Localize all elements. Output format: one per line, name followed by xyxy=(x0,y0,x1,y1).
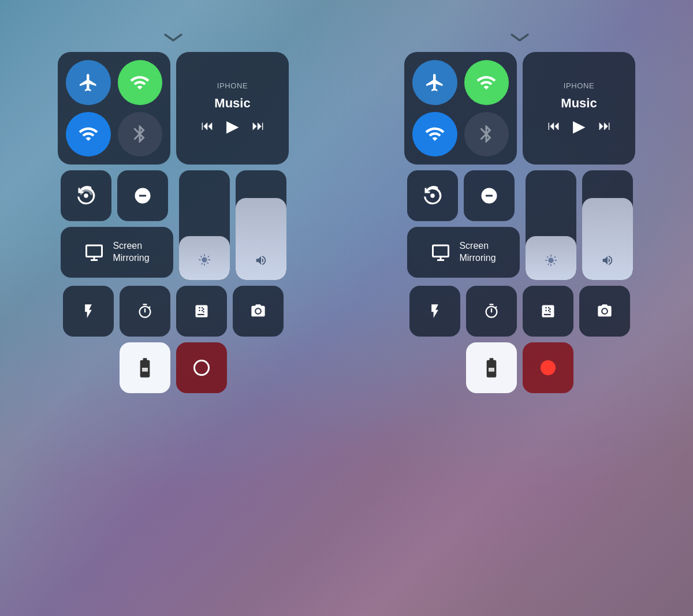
battery-button-left[interactable] xyxy=(120,342,170,393)
middle-icons-row-left xyxy=(61,170,173,221)
svg-point-3 xyxy=(430,193,435,198)
panels-container: IPHONE Music ⏮ ▶ ⏭ xyxy=(0,0,693,616)
camera-button-left[interactable] xyxy=(233,286,284,337)
bottom-row-right xyxy=(409,286,630,337)
volume-icon-left xyxy=(255,254,267,270)
music-panel-left: IPHONE Music ⏮ ▶ ⏭ xyxy=(176,52,289,165)
connectivity-panel-right xyxy=(404,52,517,165)
music-title-right: Music xyxy=(561,96,597,111)
screen-mirroring-text-right: Screen Mirroring xyxy=(459,240,495,264)
brightness-sun-icon-left xyxy=(198,253,211,270)
calculator-button-right[interactable] xyxy=(523,286,573,337)
connectivity-panel-left xyxy=(58,52,170,165)
fast-forward-button-right[interactable]: ⏭ xyxy=(598,118,611,133)
play-button-left[interactable]: ▶ xyxy=(226,117,239,136)
svg-rect-2 xyxy=(142,368,148,372)
airplane-mode-button-left[interactable] xyxy=(66,60,111,105)
volume-icon-right xyxy=(601,254,614,270)
top-row-left: IPHONE Music ⏮ ▶ ⏭ xyxy=(58,52,289,165)
music-panel-right: IPHONE Music ⏮ ▶ ⏭ xyxy=(523,52,635,165)
bottom-row-left xyxy=(63,286,284,337)
battery-button-right[interactable] xyxy=(466,342,517,393)
calculator-button-left[interactable] xyxy=(176,286,227,337)
chevron-down-icon[interactable] xyxy=(162,32,185,43)
middle-icons-row-right xyxy=(407,170,520,221)
music-controls-right: ⏮ ▶ ⏭ xyxy=(547,117,611,136)
svg-point-1 xyxy=(256,309,260,313)
rotation-lock-button-left[interactable] xyxy=(61,170,111,221)
screen-mirroring-button-left[interactable]: Screen Mirroring xyxy=(61,227,173,278)
middle-left-right: Screen Mirroring xyxy=(407,170,520,280)
rewind-button-left[interactable]: ⏮ xyxy=(201,118,214,133)
last-row-left xyxy=(120,342,227,393)
flashlight-button-right[interactable] xyxy=(409,286,460,337)
screen-mirroring-text-left: Screen Mirroring xyxy=(113,240,149,264)
middle-area-left: Screen Mirroring xyxy=(61,170,286,280)
left-panel: IPHONE Music ⏮ ▶ ⏭ xyxy=(0,0,346,616)
wifi-button-right[interactable] xyxy=(412,112,457,157)
bluetooth-button-left[interactable] xyxy=(118,112,163,157)
screen-record-button-right[interactable] xyxy=(523,342,573,393)
do-not-disturb-button-left[interactable] xyxy=(117,170,168,221)
bluetooth-button-right[interactable] xyxy=(464,112,509,157)
fast-forward-button-left[interactable]: ⏭ xyxy=(252,118,264,133)
chevron-down-icon-right[interactable] xyxy=(508,32,531,43)
timer-button-left[interactable] xyxy=(120,286,170,337)
flashlight-button-left[interactable] xyxy=(63,286,114,337)
svg-point-0 xyxy=(84,193,88,198)
music-source-left: IPHONE xyxy=(217,81,248,90)
svg-point-4 xyxy=(602,309,606,313)
screen-record-button-left[interactable] xyxy=(176,342,227,393)
last-row-right xyxy=(466,342,573,393)
volume-slider-left[interactable] xyxy=(236,170,286,280)
svg-rect-5 xyxy=(489,368,494,372)
rewind-button-right[interactable]: ⏮ xyxy=(547,118,560,133)
rotation-lock-button-right[interactable] xyxy=(407,170,458,221)
brightness-slider-right[interactable] xyxy=(526,170,576,280)
timer-button-right[interactable] xyxy=(466,286,517,337)
brightness-icon-right xyxy=(545,254,557,270)
camera-button-right[interactable] xyxy=(579,286,630,337)
music-controls-left: ⏮ ▶ ⏭ xyxy=(201,117,264,136)
middle-area-right: Screen Mirroring xyxy=(407,170,633,280)
music-title-left: Music xyxy=(214,96,250,111)
record-dot-right xyxy=(541,360,556,375)
top-row-right: IPHONE Music ⏮ ▶ ⏭ xyxy=(404,52,635,165)
wifi-button-left[interactable] xyxy=(66,112,111,157)
do-not-disturb-button-right[interactable] xyxy=(464,170,515,221)
brightness-slider-left[interactable] xyxy=(179,170,230,280)
music-source-right: IPHONE xyxy=(564,81,595,90)
cellular-button-left[interactable] xyxy=(118,60,163,105)
right-panel: IPHONE Music ⏮ ▶ ⏭ xyxy=(346,0,693,616)
cellular-button-right[interactable] xyxy=(464,60,509,105)
record-dot-left xyxy=(193,360,210,376)
middle-left-left: Screen Mirroring xyxy=(61,170,173,280)
airplane-mode-button-right[interactable] xyxy=(412,60,457,105)
screen-mirroring-button-right[interactable]: Screen Mirroring xyxy=(407,227,520,278)
play-button-right[interactable]: ▶ xyxy=(573,117,586,136)
volume-slider-right[interactable] xyxy=(582,170,633,280)
